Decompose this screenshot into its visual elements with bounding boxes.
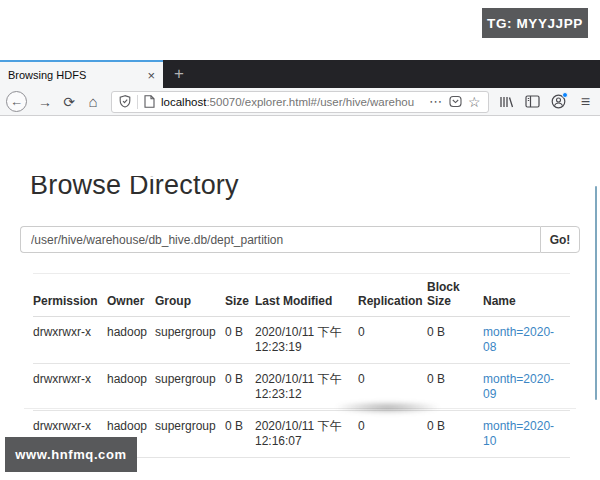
cell-block-size: 0 B [427, 317, 483, 364]
shield-icon[interactable] [119, 95, 131, 108]
col-header-replication: Replication [358, 274, 427, 317]
pocket-icon[interactable] [449, 95, 462, 108]
tab-strip: Browsing HDFS × + [0, 60, 600, 88]
cell-name: month=2020-10 [483, 411, 570, 458]
modified-time: 12:16:07 [255, 434, 352, 449]
table-row: drwxrwxr-x hadoop supergroup 0 B 2020/10… [33, 364, 570, 411]
browser-window: Browsing HDFS × + ← → ⟳ ⌂ [0, 60, 600, 480]
directory-link[interactable]: month=2020-09 [483, 372, 554, 401]
home-button[interactable]: ⌂ [81, 91, 105, 113]
page-title: Browse Directory [30, 176, 600, 201]
url-path: :50070/explorer.html#/user/hive/warehou [206, 96, 414, 108]
plus-icon: + [174, 64, 184, 84]
page-info-icon[interactable] [144, 95, 155, 108]
cell-group: supergroup [155, 364, 225, 411]
account-notification-dot [562, 92, 568, 98]
library-icon[interactable] [499, 95, 514, 109]
col-header-last-modified: Last Modified [255, 274, 358, 317]
url-text[interactable]: localhost:50070/explorer.html#/user/hive… [161, 96, 423, 108]
url-divider [137, 95, 138, 109]
hamburger-glyph: ≡ [581, 93, 590, 111]
back-button[interactable]: ← [6, 91, 27, 112]
screenshot-root: TG: MYYJJPP Browsing HDFS × + ← → ⟳ [0, 0, 600, 480]
watermark-bottom-text: www.hnfmq.com [15, 447, 126, 462]
sidebar-icon[interactable] [525, 95, 540, 108]
col-header-name: Name [483, 274, 570, 317]
directory-path-input[interactable] [20, 226, 540, 253]
directory-link[interactable]: month=2020-08 [483, 325, 554, 354]
cell-block-size: 0 B [427, 411, 483, 458]
watermark-top-text: TG: MYYJJPP [487, 16, 583, 31]
modified-time: 12:23:12 [255, 387, 352, 402]
tab-close-icon[interactable]: × [147, 69, 155, 82]
directory-link[interactable]: month=2020-10 [483, 419, 554, 448]
watermark-bottom: www.hnfmq.com [5, 437, 137, 472]
shadow-artifact [335, 401, 440, 414]
cell-replication: 0 [358, 317, 427, 364]
col-header-owner: Owner [107, 274, 155, 317]
cell-name: month=2020-08 [483, 317, 570, 364]
modified-time: 12:23:19 [255, 340, 352, 355]
modified-date: 2020/10/11 下午 [255, 325, 352, 340]
bookmark-star-icon[interactable]: ☆ [468, 94, 481, 110]
col-header-group: Group [155, 274, 225, 317]
path-input-group: Go! [20, 226, 580, 253]
account-icon[interactable] [551, 94, 566, 109]
new-tab-button[interactable]: + [163, 60, 195, 88]
menu-icon[interactable]: ≡ [581, 93, 590, 111]
directory-listing-table: Permission Owner Group Size Last Modifie… [33, 273, 570, 458]
page-scrollbar[interactable] [595, 186, 597, 400]
cell-size: 0 B [225, 317, 255, 364]
cell-permission: drwxrwxr-x [33, 364, 107, 411]
cell-owner: hadoop [107, 364, 155, 411]
back-icon: ← [10, 94, 23, 109]
forward-button[interactable]: → [33, 91, 57, 113]
toolbar-right-icons: ≡ [497, 93, 594, 111]
page-actions-icon[interactable]: ⋯ [429, 94, 443, 109]
cell-size: 0 B [225, 411, 255, 458]
col-header-block-size: Block Size [427, 274, 483, 317]
home-icon: ⌂ [88, 93, 97, 110]
watermark-top: TG: MYYJJPP [482, 8, 588, 38]
tab-title: Browsing HDFS [8, 69, 141, 81]
page-content: Browse Directory Go! Permission Owner Gr… [0, 176, 600, 480]
modified-date: 2020/10/11 下午 [255, 372, 352, 387]
cell-last-modified: 2020/10/11 下午 12:16:07 [255, 411, 358, 458]
reload-button[interactable]: ⟳ [57, 91, 81, 113]
url-host: localhost [161, 96, 206, 108]
cell-replication: 0 [358, 411, 427, 458]
navigation-toolbar: ← → ⟳ ⌂ localhost:50070/explorer.html#/u… [0, 88, 600, 116]
cell-group: supergroup [155, 317, 225, 364]
go-button[interactable]: Go! [540, 226, 580, 253]
table-header-row: Permission Owner Group Size Last Modifie… [33, 274, 570, 317]
modified-date: 2020/10/11 下午 [255, 419, 352, 434]
col-header-size: Size [225, 274, 255, 317]
cell-owner: hadoop [107, 317, 155, 364]
content-divider [24, 408, 576, 409]
tab-browsing-hdfs[interactable]: Browsing HDFS × [0, 60, 163, 88]
cell-last-modified: 2020/10/11 下午 12:23:19 [255, 317, 358, 364]
cell-size: 0 B [225, 364, 255, 411]
cell-name: month=2020-09 [483, 364, 570, 411]
col-header-permission: Permission [33, 274, 107, 317]
table-row: drwxrwxr-x hadoop supergroup 0 B 2020/10… [33, 317, 570, 364]
forward-icon: → [38, 94, 52, 110]
reload-icon: ⟳ [63, 94, 75, 110]
cell-permission: drwxrwxr-x [33, 317, 107, 364]
url-bar[interactable]: localhost:50070/explorer.html#/user/hive… [111, 91, 489, 113]
cell-group: supergroup [155, 411, 225, 458]
